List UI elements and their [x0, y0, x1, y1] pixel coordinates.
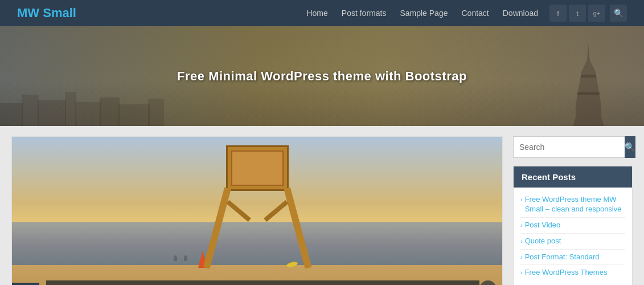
- googleplus-icon[interactable]: g+: [588, 5, 605, 22]
- svg-rect-3: [0, 103, 23, 126]
- recent-post-item: › Free WordPress theme MW Small – clean …: [520, 192, 625, 218]
- lifeguard-tower: [218, 145, 297, 271]
- recent-post-link[interactable]: Free WordPress Themes: [525, 268, 608, 278]
- svg-rect-8: [100, 97, 120, 126]
- nav-item-contact[interactable]: Contact: [461, 8, 489, 18]
- nav-item-post-formats[interactable]: Post formats: [342, 8, 387, 18]
- svg-rect-4: [22, 95, 39, 126]
- header-search-icon[interactable]: 🔍: [610, 5, 627, 22]
- search-button[interactable]: 🔍: [625, 136, 635, 158]
- nav-menu: Home Post formats Sample Page Contact Do…: [306, 8, 538, 18]
- recent-posts-widget: Recent Posts › Free WordPress theme MW S…: [513, 166, 633, 285]
- svg-rect-6: [65, 92, 76, 126]
- featured-post-card: 20 Free WordPress theme MW Small – clean…: [11, 136, 503, 285]
- search-box: 🔍: [513, 136, 633, 158]
- recent-post-link[interactable]: Free WordPress theme MW Small – clean an…: [525, 195, 625, 214]
- svg-rect-5: [38, 100, 66, 126]
- site-title[interactable]: MW Small: [17, 6, 76, 21]
- twitter-icon[interactable]: t: [569, 5, 586, 22]
- post-title-overlay: Free WordPress theme MW Small – clean: [46, 280, 479, 285]
- recent-post-link[interactable]: Post Format: Standard: [525, 253, 600, 262]
- recent-post-link[interactable]: Quote post: [525, 237, 561, 246]
- svg-rect-9: [118, 104, 150, 126]
- social-icons: f t g+ 🔍: [549, 5, 627, 22]
- recent-post-item: › Post Format: Standard: [520, 250, 625, 266]
- hero-text: Free Minimal WordPress theme with Bootst…: [177, 69, 467, 84]
- facebook-icon[interactable]: f: [549, 5, 567, 22]
- chevron-icon: ›: [520, 222, 523, 229]
- tower-legs: [218, 188, 297, 271]
- sidebar: 🔍 Recent Posts › Free WordPress theme MW…: [513, 136, 633, 285]
- recent-post-link[interactable]: Post Video: [525, 221, 561, 230]
- recent-posts-title: Recent Posts: [514, 166, 632, 188]
- svg-rect-7: [75, 102, 101, 126]
- tower-brace-left: [226, 200, 251, 222]
- search-input[interactable]: [514, 137, 625, 157]
- site-header: MW Small Home Post formats Sample Page C…: [0, 0, 644, 26]
- recent-post-item: › Post Video: [520, 218, 625, 234]
- chevron-icon: ›: [520, 196, 523, 203]
- main-content: 20 Free WordPress theme MW Small – clean…: [11, 136, 503, 285]
- chevron-icon: ›: [520, 269, 523, 276]
- post-date-badge: 20: [12, 283, 39, 285]
- tower-platform: [226, 145, 289, 191]
- main-area: 20 Free WordPress theme MW Small – clean…: [0, 126, 644, 285]
- nav-item-download[interactable]: Download: [503, 8, 538, 18]
- chevron-icon: ›: [520, 238, 523, 245]
- hero-banner: Free Minimal WordPress theme with Bootst…: [0, 26, 644, 126]
- nav-item-home[interactable]: Home: [306, 8, 327, 18]
- people-in-water: [174, 255, 187, 261]
- recent-posts-list: › Free WordPress theme MW Small – clean …: [514, 188, 632, 285]
- recent-post-item: › Free WordPress Themes: [520, 265, 625, 280]
- city-silhouette: [0, 92, 644, 126]
- main-nav: Home Post formats Sample Page Contact Do…: [306, 5, 627, 22]
- nav-item-sample-page[interactable]: Sample Page: [400, 8, 448, 18]
- tower-brace-right: [264, 200, 288, 222]
- svg-rect-2: [581, 75, 596, 78]
- svg-rect-10: [148, 99, 164, 126]
- post-image: 20 Free WordPress theme MW Small – clean…: [12, 137, 502, 285]
- chevron-icon: ›: [520, 254, 523, 260]
- recent-post-item: › Quote post: [520, 234, 625, 250]
